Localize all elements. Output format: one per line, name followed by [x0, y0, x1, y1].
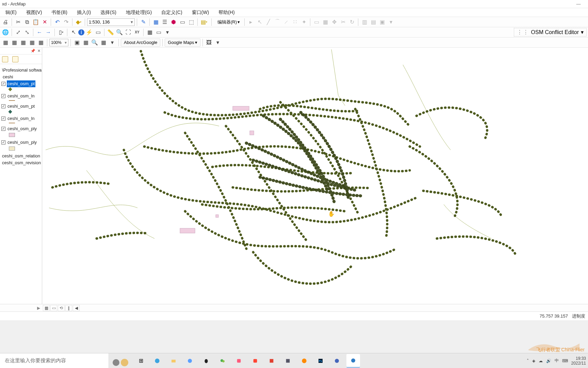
layer-name[interactable]: ceshi_osm_relation — [1, 153, 41, 159]
taskbar-clock[interactable]: 19:33 2022/11 — [571, 356, 586, 366]
checkbox-icon[interactable]: ✓ — [1, 94, 5, 98]
edit-trace-icon[interactable]: ⟋ — [282, 18, 290, 26]
checkbox-icon[interactable]: ✓ — [1, 117, 5, 121]
menu-view[interactable]: 视图(V) — [21, 8, 47, 17]
layer-row[interactable]: ceshi_osm_relation — [1, 153, 41, 159]
toolbox-icon[interactable]: ⬢ — [169, 18, 178, 26]
dd3-icon[interactable]: ▾ — [108, 39, 116, 47]
python-icon[interactable]: ▭ — [178, 18, 186, 26]
image-icon[interactable]: 🖼 — [205, 39, 213, 47]
table-icon[interactable]: ▦ — [152, 18, 160, 26]
delete-icon[interactable]: ✕ — [40, 18, 49, 26]
layer-name[interactable]: ceshi_osm_ply — [7, 125, 37, 132]
taskbar-search-input[interactable]: 在这里输入你要搜索的内容 — [0, 353, 109, 368]
menu-selection[interactable]: 选择(S) — [96, 8, 121, 17]
app1-icon[interactable] — [183, 354, 197, 368]
zoom-out-fixed-icon[interactable]: ⤡ — [23, 28, 31, 36]
layer-row[interactable]: ✓ ceshi_osm_ln — [1, 93, 41, 99]
dd2-icon[interactable]: ▾ — [163, 28, 172, 36]
layer-name[interactable]: ceshi_osm_ln — [7, 93, 35, 99]
time-slider-icon[interactable]: ▦ — [146, 28, 154, 36]
edit-rect-icon[interactable]: ▭ — [312, 18, 321, 26]
rewind-icon[interactable]: ◀ — [73, 305, 80, 311]
layer-row[interactable]: ✓ ceshi_osm_ply — [1, 125, 41, 132]
print-icon[interactable]: 🖨 — [1, 18, 10, 26]
focus-icon[interactable]: 🔍 — [91, 39, 99, 47]
qq-icon[interactable] — [199, 354, 213, 368]
edit-dd-icon[interactable]: ▾ — [387, 18, 395, 26]
edit-vertex-icon[interactable]: ✦ — [300, 18, 308, 26]
edit-line-icon[interactable]: ╱ — [264, 18, 273, 26]
volume-icon[interactable]: 🔊 — [546, 358, 551, 363]
menu-help[interactable]: 帮助(H) — [214, 8, 239, 17]
cut-icon[interactable]: ✂ — [14, 18, 22, 26]
grip-handle-icon[interactable]: ⋮⋮ — [517, 29, 529, 35]
osm-conflict-label[interactable]: OSM Conflict Editor — [531, 29, 579, 35]
edit-sketch-icon[interactable]: ▤ — [369, 18, 377, 26]
app5-icon[interactable] — [330, 354, 344, 368]
close-icon[interactable]: ✕ — [37, 49, 40, 53]
layer-row[interactable]: ✓ ceshi_osm_ln — [1, 115, 41, 122]
layer-name[interactable]: ceshi_osm_ply — [7, 139, 37, 146]
layer-name[interactable]: ceshi_osm_ln — [7, 115, 35, 122]
app3-icon[interactable] — [248, 354, 262, 368]
toggle2-icon[interactable]: ▦ — [82, 39, 90, 47]
layer-name[interactable]: ceshi_osm_pt — [7, 80, 35, 87]
map-scale-input[interactable]: 1:530, 136 ▾ — [87, 18, 135, 26]
full-extent-icon[interactable]: 🌐 — [1, 28, 10, 36]
pause-icon[interactable]: ‖ — [65, 305, 72, 311]
html-popup-icon[interactable]: ▭ — [94, 28, 102, 36]
cloud-icon[interactable]: ☁ — [539, 358, 543, 363]
find-route-icon[interactable]: ⛶ — [124, 28, 132, 36]
hyperlink-icon[interactable]: ⚡ — [85, 28, 93, 36]
copy-icon[interactable]: ⧉ — [23, 18, 31, 26]
layer-name[interactable]: ceshi_osm_pt — [7, 103, 35, 110]
toc-root[interactable]: \Professional softwar — [1, 67, 41, 74]
tray-chevron-icon[interactable]: ˄ — [527, 358, 529, 363]
list-by-drawing-icon[interactable] — [2, 56, 8, 62]
change-layout-icon[interactable]: ▦ — [99, 39, 108, 47]
toggle1-icon[interactable]: ▣ — [73, 39, 81, 47]
dropdown-icon[interactable]: ▾ — [581, 29, 584, 35]
editor-menu[interactable]: 编辑器(R)▾ — [215, 18, 242, 26]
ime-indicator[interactable]: 中 — [555, 358, 559, 364]
about-arcgoogle-button[interactable]: About ArcGoogle — [121, 39, 160, 47]
redo-icon[interactable]: ↷ — [62, 18, 70, 26]
layer-row[interactable]: ✓ ceshi_osm_pt — [1, 103, 41, 110]
identify-icon[interactable]: i — [78, 29, 84, 35]
refresh-icon[interactable]: ⟲ — [58, 305, 65, 311]
checkbox-icon[interactable]: ✓ — [1, 140, 5, 144]
keyboard-icon[interactable]: ⌨ — [562, 358, 568, 363]
edit-grid-icon[interactable]: ▦ — [321, 18, 329, 26]
layer-name[interactable]: ceshi_osm_revision — [1, 159, 42, 166]
edge-icon[interactable] — [150, 354, 164, 368]
catalog-icon[interactable]: ▤▾ — [200, 18, 208, 26]
editor-toolbar-icon[interactable]: ✎ — [139, 18, 147, 26]
edit-rotate-icon[interactable]: ↻ — [348, 18, 356, 26]
app2-icon[interactable] — [232, 354, 246, 368]
pin-icon[interactable]: 📌 — [31, 49, 35, 53]
layer-row[interactable]: ✓ ceshi_osm_pt — [1, 80, 41, 87]
edit-play-icon[interactable]: ▸ — [247, 18, 255, 26]
menu-geoprocessing[interactable]: 地理处理(G) — [121, 8, 157, 17]
edit-point-icon[interactable]: ∷ — [291, 18, 299, 26]
edit-target-icon[interactable]: ▣ — [378, 18, 386, 26]
select-elements-icon[interactable]: ↖ — [69, 28, 78, 36]
add-data-icon[interactable]: ◆▾ — [75, 18, 83, 26]
google-maps-button[interactable]: Google Maps▾ — [165, 39, 200, 47]
checkbox-icon[interactable]: ✓ — [1, 104, 5, 108]
viewer-window-icon[interactable]: ▭ — [154, 28, 163, 36]
next-extent-icon[interactable]: → — [44, 28, 52, 36]
edit-cut-icon[interactable]: ✂ — [339, 18, 347, 26]
firefox-icon[interactable] — [297, 354, 311, 368]
toc-group[interactable]: ceshi — [1, 74, 41, 80]
file-explorer-icon[interactable] — [167, 354, 180, 368]
undo-icon[interactable]: ↶ — [53, 18, 61, 26]
layout-zoom-input[interactable]: 100%▾ — [49, 39, 68, 46]
menu-customize[interactable]: 自定义(C) — [157, 8, 187, 17]
zoom-in-fixed-icon[interactable]: ⤢ — [14, 28, 22, 36]
photoshop-icon[interactable]: Ps — [314, 354, 327, 368]
task-view-icon[interactable]: ⊞ — [134, 354, 148, 368]
select-features-icon[interactable]: ▯▾ — [57, 28, 65, 36]
layout5-icon[interactable]: ▦ — [37, 39, 45, 47]
